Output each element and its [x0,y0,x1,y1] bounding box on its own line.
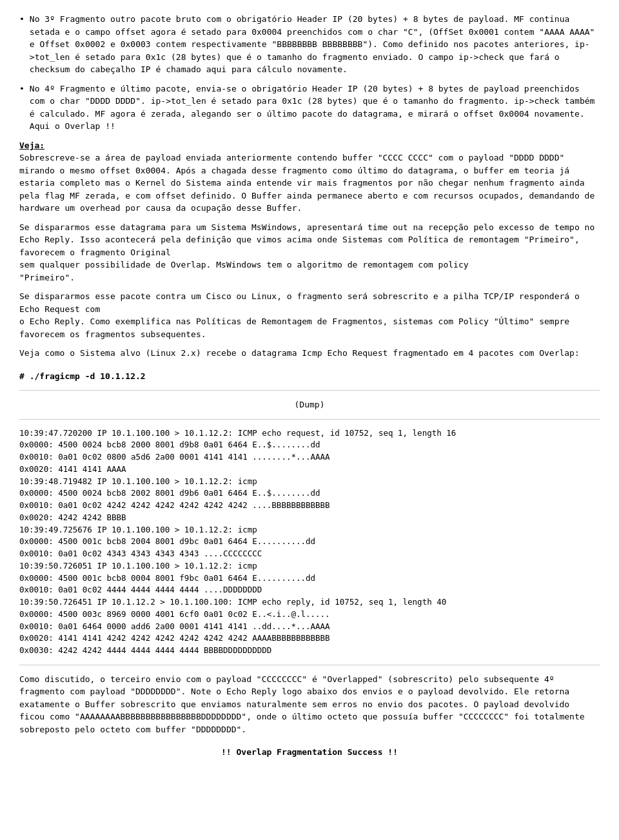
dump-line-6: 0x0010: 0a01 0c02 4242 4242 4242 4242 42… [19,500,600,512]
dump-line-12: 0x0000: 4500 001c bcb8 0004 8001 f9bc 0a… [19,572,600,585]
dump-line-1: 0x0000: 4500 0024 bcb8 2000 8001 d9b8 0a… [19,439,600,451]
dump-line-11: 10:39:50.726051 IP 10.1.100.100 > 10.1.1… [19,560,600,572]
paragraph-1: Se dispararmos esse datagrama para um Si… [19,221,600,284]
dump-line-4: 10:39:48.719482 IP 10.1.100.100 > 10.1.1… [19,476,600,488]
bullet-dot-2: • [19,83,25,133]
separator-bottom [19,665,600,665]
dump-line-9: 0x0000: 4500 001c bcb8 2004 8001 d9bc 0a… [19,536,600,548]
veja-heading: Veja: [19,141,44,150]
bullet-item-1: • No 3º Fragmento outro pacote bruto com… [19,13,600,76]
dump-line-13: 0x0010: 0a01 0c02 4444 4444 4444 4444 ..… [19,584,600,596]
veja-body: Sobrescreve-se a área de payload enviada… [19,153,594,213]
separator-top [19,390,600,391]
command-text: # ./fragicmp -d 10.1.12.2 [19,371,146,381]
dump-line-16: 0x0010: 0a01 6464 0000 add6 2a00 0001 41… [19,621,600,633]
dump-line-18: 0x0030: 4242 4242 4444 4444 4444 4444 BB… [19,645,600,657]
para2-text: Se dispararmos esse pacote contra um Cis… [19,290,600,340]
command-line: # ./fragicmp -d 10.1.12.2 [19,370,600,383]
dump-line-14: 10:39:50.726451 IP 10.1.12.2 > 10.1.100.… [19,596,600,609]
dump-line-3: 0x0020: 4141 4141 AAAA [19,464,600,476]
dump-line-10: 0x0010: 0a01 0c02 4343 4343 4343 4343 ..… [19,548,600,560]
para1-text: Se dispararmos esse datagrama para um Si… [19,221,600,284]
paragraph-4: Como discutido, o terceiro envio com o p… [19,673,600,736]
dump-line-15: 0x0000: 4500 003c 8969 0000 4001 6cf0 0a… [19,609,600,621]
dump-line-5: 0x0000: 4500 0024 bcb8 2002 8001 d9b6 0a… [19,487,600,500]
dump-label: (Dump) [19,398,600,411]
bullet-text-1: No 3º Fragmento outro pacote bruto com o… [30,13,600,76]
dump-line-2: 0x0010: 0a01 0c02 0800 a5d6 2a00 0001 41… [19,451,600,464]
dump-line-7: 0x0020: 4242 4242 BBBB [19,512,600,524]
network-dump: 10:39:47.720200 IP 10.1.100.100 > 10.1.1… [19,427,600,657]
bullet-dot-1: • [19,13,25,76]
paragraph-3: Veja como o Sistema alvo (Linux 2.x) rec… [19,347,600,360]
dump-line-8: 10:39:49.725676 IP 10.1.100.100 > 10.1.1… [19,524,600,536]
success-text: !! Overlap Fragmentation Success !! [221,747,398,757]
para3-text: Veja como o Sistema alvo (Linux 2.x) rec… [19,347,600,360]
success-message: !! Overlap Fragmentation Success !! [19,746,600,759]
para4-text: Como discutido, o terceiro envio com o p… [19,673,600,736]
dump-line-17: 0x0020: 4141 4141 4242 4242 4242 4242 42… [19,632,600,645]
dump-line-0: 10:39:47.720200 IP 10.1.100.100 > 10.1.1… [19,427,600,440]
separator-dump [19,419,600,420]
dump-label-text: (Dump) [295,400,325,409]
bullet-text-2: No 4º Fragmento e último pacote, envia-s… [30,83,600,133]
veja-section: Veja: Sobrescreve-se a área de payload e… [19,139,600,215]
paragraph-2: Se dispararmos esse pacote contra um Cis… [19,290,600,340]
bullet-item-2: • No 4º Fragmento e último pacote, envia… [19,83,600,133]
